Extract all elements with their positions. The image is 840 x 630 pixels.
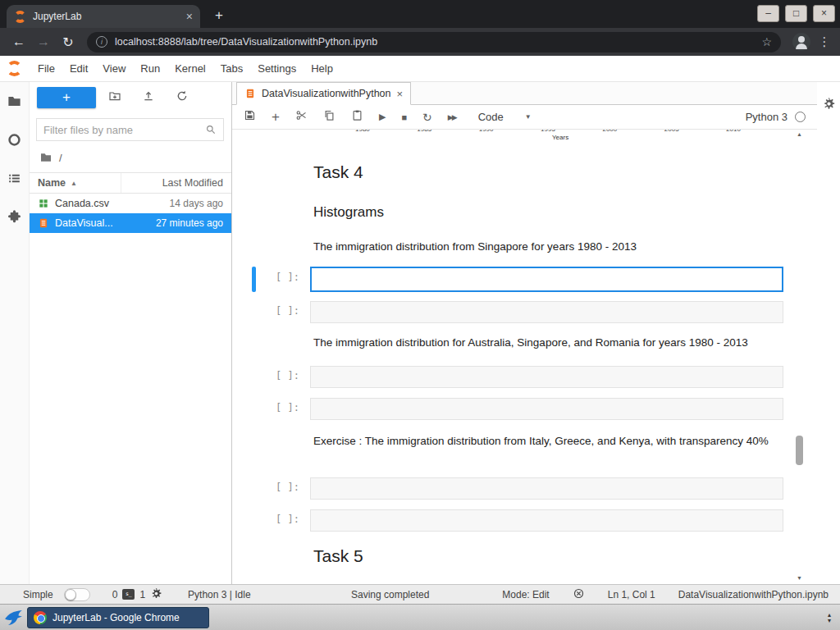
code-cell-input[interactable]	[310, 398, 783, 420]
statusbar-filename: DataVisualizationwithPython.ipynb	[678, 589, 829, 600]
menu-settings[interactable]: Settings	[250, 62, 304, 75]
notebook-scrollbar[interactable]: ▲ ▼	[795, 131, 804, 581]
cell-collapser[interactable]	[252, 267, 256, 292]
scroll-up-icon[interactable]: ▲	[795, 131, 804, 137]
insert-cell-icon[interactable]: +	[272, 111, 280, 123]
menu-file[interactable]: File	[30, 62, 62, 75]
window-minimize-button[interactable]: –	[757, 5, 779, 22]
file-browser-panel: + / Name ▲ Last Modified	[30, 82, 232, 584]
new-tab-button[interactable]: +	[210, 7, 228, 25]
file-list-header: Name ▲ Last Modified	[30, 172, 231, 194]
mode-indicator: Mode: Edit	[502, 589, 549, 600]
menu-view[interactable]: View	[95, 62, 133, 75]
restart-kernel-icon[interactable]: ↻	[422, 111, 432, 124]
restart-run-all-icon[interactable]: ▶▶	[448, 113, 456, 121]
paragraph-three-countries: The immigration distribution for Austral…	[313, 336, 748, 349]
terminal-icon: s_	[122, 589, 135, 600]
jupyter-logo-icon	[7, 61, 22, 76]
running-sessions-icon[interactable]	[7, 132, 22, 151]
tab-close-icon[interactable]: ×	[186, 11, 193, 22]
window-maximize-button[interactable]: □	[785, 5, 807, 22]
new-folder-icon[interactable]	[108, 89, 121, 106]
cell-type-dropdown[interactable]: Code ▼	[478, 111, 532, 123]
scrollbar-thumb[interactable]	[796, 436, 803, 465]
url-text[interactable]: localhost:8888/lab/tree/DataVisualizatio…	[115, 36, 754, 48]
app-menu-bird-icon[interactable]	[3, 607, 24, 628]
stop-kernel-icon[interactable]: ■	[401, 112, 407, 122]
chrome-icon	[34, 611, 47, 624]
menu-tabs[interactable]: Tabs	[213, 62, 250, 75]
browser-tab-title: JupyterLab	[33, 11, 180, 22]
code-cell-input[interactable]	[310, 366, 783, 388]
kernel-status-text[interactable]: Python 3 | Idle	[188, 589, 251, 600]
bookmark-star-icon[interactable]: ☆	[761, 35, 772, 48]
status-bar: Simple 0 s_ 1 Python 3 | Idle Saving com…	[0, 584, 840, 604]
new-launcher-button[interactable]: +	[37, 87, 96, 108]
notebook-content: 1980 1985 1990 1995 2000 2005 2010 Years…	[232, 130, 817, 584]
notebook-tab[interactable]: DataVisualizationwithPython ×	[236, 82, 411, 105]
cell-prompt: [ ]:	[276, 514, 299, 525]
upload-icon[interactable]	[142, 89, 155, 106]
menu-edit[interactable]: Edit	[62, 62, 95, 75]
reload-button[interactable]: ↻	[56, 34, 80, 50]
run-cell-icon[interactable]: ▶	[379, 112, 386, 122]
main-dock: DataVisualizationwithPython × + ▶ ■ ↻ ▶▶…	[232, 82, 817, 584]
extensions-icon[interactable]	[7, 209, 22, 228]
back-button[interactable]: ←	[7, 34, 31, 49]
menu-kernel[interactable]: Kernel	[167, 62, 213, 75]
home-folder-icon[interactable]	[39, 151, 52, 164]
code-cell-input[interactable]	[310, 509, 783, 532]
cut-cells-icon[interactable]	[295, 109, 308, 125]
omnibox[interactable]: i localhost:8888/lab/tree/DataVisualizat…	[87, 32, 781, 52]
document-tabbar: DataVisualizationwithPython ×	[232, 82, 817, 105]
terminal-count: 0	[112, 589, 118, 600]
tab-close-icon[interactable]: ×	[397, 88, 404, 100]
code-cell-input[interactable]	[310, 301, 783, 323]
column-name-header[interactable]: Name ▲	[30, 177, 121, 189]
file-name: DataVisual...	[55, 217, 113, 229]
toggle-knob	[65, 589, 76, 600]
notebook-tab-label: DataVisualizationwithPython	[262, 88, 391, 99]
simple-mode-toggle[interactable]	[64, 588, 90, 601]
cell-prompt: [ ]:	[276, 482, 299, 493]
code-cell: [ ]:	[232, 366, 817, 388]
command-mode-icon	[573, 587, 585, 602]
cursor-position[interactable]: Ln 1, Col 1	[608, 589, 655, 600]
profile-avatar[interactable]	[792, 33, 810, 51]
csv-file-icon	[38, 198, 49, 209]
gear-icon[interactable]	[822, 97, 836, 584]
save-icon[interactable]	[244, 109, 256, 125]
column-modified-header[interactable]: Last Modified	[121, 173, 231, 193]
forward-button[interactable]: →	[31, 34, 56, 49]
file-row-canada-csv[interactable]: Canada.csv 14 days ago	[30, 194, 231, 213]
file-row-notebook-selected[interactable]: DataVisual... 27 minutes ago	[30, 213, 231, 233]
breadcrumb-root[interactable]: /	[59, 152, 62, 164]
scroll-down-icon[interactable]: ▼	[795, 575, 804, 581]
jupyterlab-menubar: File Edit View Run Kernel Tabs Settings …	[0, 56, 840, 82]
breadcrumb: /	[39, 151, 62, 164]
browser-tab[interactable]: JupyterLab ×	[7, 5, 200, 28]
refresh-icon[interactable]	[176, 89, 189, 106]
copy-cells-icon[interactable]	[323, 109, 336, 125]
workspace-switcher-icon[interactable]: ▴ ▾	[822, 612, 837, 623]
heading-task-4: Task 4	[313, 162, 363, 182]
kernel-name[interactable]: Python 3	[746, 111, 788, 123]
paste-cells-icon[interactable]	[351, 109, 363, 125]
command-list-icon[interactable]	[7, 171, 22, 189]
cell-prompt: [ ]:	[276, 305, 299, 317]
file-browser-icon[interactable]	[7, 94, 22, 112]
code-cell-input[interactable]	[310, 267, 783, 292]
cell-type-value: Code	[478, 111, 504, 123]
menu-help[interactable]: Help	[304, 62, 340, 75]
window-close-button[interactable]: ×	[813, 5, 835, 22]
window-controls: – □ ×	[757, 5, 835, 22]
notebook-file-icon	[244, 88, 256, 99]
site-info-icon[interactable]: i	[96, 36, 107, 48]
code-cell-input[interactable]	[310, 477, 783, 500]
filter-files-input[interactable]	[43, 124, 205, 136]
browser-menu-icon[interactable]: ⋮	[815, 34, 833, 49]
menu-run[interactable]: Run	[133, 62, 167, 75]
cell-prompt: [ ]:	[276, 272, 299, 283]
running-counts[interactable]: 0 s_ 1	[112, 587, 162, 602]
taskbar-window-button[interactable]: JupyterLab - Google Chrome	[27, 607, 209, 628]
